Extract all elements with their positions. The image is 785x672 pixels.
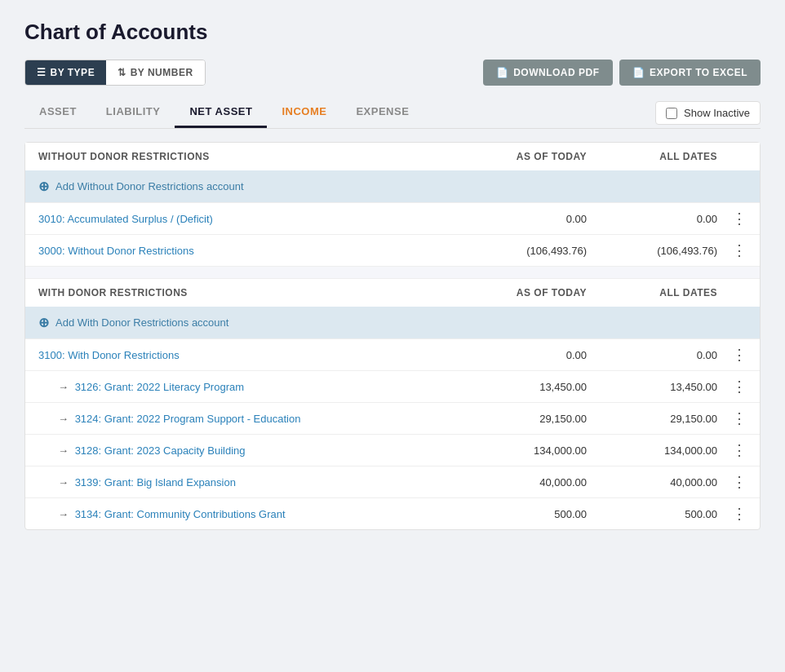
page-title: Chart of Accounts bbox=[24, 20, 761, 45]
main-content: WITHOUT DONOR RESTRICTIONS AS OF TODAY A… bbox=[24, 142, 761, 530]
tab-asset[interactable]: ASSET bbox=[24, 97, 91, 128]
arrow-icon-3128: → bbox=[58, 444, 72, 457]
show-inactive-label: Show Inactive bbox=[684, 107, 750, 119]
kebab-menu-3010[interactable]: ⋮ bbox=[717, 211, 747, 226]
account-name-3124[interactable]: → 3124: Grant: 2022 Program Support - Ed… bbox=[38, 413, 456, 425]
download-pdf-button[interactable]: 📄 DOWNLOAD PDF bbox=[483, 60, 613, 86]
by-type-button[interactable]: ☰ BY TYPE bbox=[25, 60, 106, 85]
account-today-3010: 0.00 bbox=[456, 213, 587, 225]
kebab-menu-3124[interactable]: ⋮ bbox=[717, 411, 747, 426]
arrow-icon-3139: → bbox=[58, 476, 72, 489]
section-without-donor-label: WITHOUT DONOR RESTRICTIONS bbox=[38, 151, 456, 162]
pdf-icon: 📄 bbox=[496, 67, 509, 78]
account-name-3000[interactable]: 3000: Without Donor Restrictions bbox=[38, 245, 456, 257]
excel-icon: 📄 bbox=[632, 67, 645, 78]
add-with-donor-label: Add With Donor Restrictions account bbox=[55, 316, 228, 329]
account-all-3134: 500.00 bbox=[587, 508, 717, 520]
section-with-donor-label: WITH DONOR RESTRICTIONS bbox=[38, 287, 456, 298]
account-row-3128: → 3128: Grant: 2023 Capacity Building 13… bbox=[25, 434, 760, 466]
account-today-3126: 13,450.00 bbox=[456, 381, 587, 393]
col-as-of-today-1: AS OF TODAY bbox=[456, 151, 587, 162]
account-name-3100[interactable]: 3100: With Donor Restrictions bbox=[38, 349, 456, 361]
account-name-3128[interactable]: → 3128: Grant: 2023 Capacity Building bbox=[38, 444, 456, 457]
account-today-3000: (106,493.76) bbox=[456, 245, 587, 257]
section-without-donor-header: WITHOUT DONOR RESTRICTIONS AS OF TODAY A… bbox=[25, 143, 760, 170]
col-all-dates-1: ALL DATES bbox=[587, 151, 717, 162]
kebab-menu-3000[interactable]: ⋮ bbox=[717, 243, 747, 258]
account-name-3126[interactable]: → 3126: Grant: 2022 Literacy Program bbox=[38, 381, 456, 393]
export-excel-button[interactable]: 📄 EXPORT TO EXCEL bbox=[619, 60, 761, 86]
col-as-of-today-2: AS OF TODAY bbox=[456, 287, 587, 298]
add-with-donor-row[interactable]: ⊕ Add With Donor Restrictions account bbox=[25, 307, 760, 338]
add-icon-2: ⊕ bbox=[38, 315, 49, 330]
tab-income[interactable]: INCOME bbox=[267, 97, 341, 128]
account-all-3126: 13,450.00 bbox=[587, 381, 717, 393]
tab-net-asset[interactable]: NET ASSET bbox=[175, 97, 267, 128]
show-inactive-checkbox[interactable] bbox=[666, 108, 677, 119]
account-today-3128: 134,000.00 bbox=[456, 444, 587, 457]
account-row-3134: → 3134: Grant: Community Contributions G… bbox=[25, 497, 760, 529]
add-icon-1: ⊕ bbox=[38, 179, 49, 194]
account-today-3100: 0.00 bbox=[456, 349, 587, 361]
view-toggle: ☰ BY TYPE ⇅ BY NUMBER bbox=[24, 60, 206, 86]
toolbar: ☰ BY TYPE ⇅ BY NUMBER 📄 DOWNLOAD PDF 📄 E… bbox=[24, 60, 761, 86]
account-all-3010: 0.00 bbox=[587, 213, 717, 225]
account-all-3000: (106,493.76) bbox=[587, 245, 717, 257]
sort-icon: ⇅ bbox=[118, 67, 126, 78]
action-buttons: 📄 DOWNLOAD PDF 📄 EXPORT TO EXCEL bbox=[483, 60, 761, 86]
account-row-3126: → 3126: Grant: 2022 Literacy Program 13,… bbox=[25, 370, 760, 402]
account-row-3000: 3000: Without Donor Restrictions (106,49… bbox=[25, 234, 760, 266]
kebab-menu-3134[interactable]: ⋮ bbox=[717, 506, 747, 521]
account-name-3139[interactable]: → 3139: Grant: Big Island Expansion bbox=[38, 476, 456, 489]
account-row-3139: → 3139: Grant: Big Island Expansion 40,0… bbox=[25, 466, 760, 497]
section-divider bbox=[25, 266, 760, 279]
kebab-menu-3126[interactable]: ⋮ bbox=[717, 379, 747, 394]
tab-expense[interactable]: EXPENSE bbox=[341, 97, 424, 128]
account-today-3139: 40,000.00 bbox=[456, 476, 587, 489]
kebab-menu-3139[interactable]: ⋮ bbox=[717, 475, 747, 489]
account-row-3124: → 3124: Grant: 2022 Program Support - Ed… bbox=[25, 402, 760, 434]
arrow-icon-3124: → bbox=[58, 413, 72, 425]
list-icon: ☰ bbox=[37, 67, 47, 78]
account-all-3124: 29,150.00 bbox=[587, 413, 717, 425]
tabs-row: ASSET LIABILITY NET ASSET INCOME EXPENSE… bbox=[24, 97, 761, 129]
account-name-3134[interactable]: → 3134: Grant: Community Contributions G… bbox=[38, 508, 456, 520]
account-name-3010[interactable]: 3010: Accumulated Surplus / (Deficit) bbox=[38, 213, 456, 225]
account-row-3100: 3100: With Donor Restrictions 0.00 0.00 … bbox=[25, 338, 760, 370]
arrow-icon-3134: → bbox=[58, 508, 72, 520]
kebab-menu-3100[interactable]: ⋮ bbox=[717, 347, 747, 362]
account-today-3124: 29,150.00 bbox=[456, 413, 587, 425]
by-number-button[interactable]: ⇅ BY NUMBER bbox=[106, 60, 204, 85]
tabs: ASSET LIABILITY NET ASSET INCOME EXPENSE bbox=[24, 97, 424, 128]
arrow-icon-3126: → bbox=[58, 381, 72, 393]
kebab-menu-3128[interactable]: ⋮ bbox=[717, 443, 747, 458]
account-row-3010: 3010: Accumulated Surplus / (Deficit) 0.… bbox=[25, 202, 760, 234]
tab-liability[interactable]: LIABILITY bbox=[91, 97, 175, 128]
section-with-donor-header: WITH DONOR RESTRICTIONS AS OF TODAY ALL … bbox=[25, 279, 760, 307]
col-all-dates-2: ALL DATES bbox=[587, 287, 717, 298]
account-all-3128: 134,000.00 bbox=[587, 444, 717, 457]
add-without-donor-row[interactable]: ⊕ Add Without Donor Restrictions account bbox=[25, 170, 760, 202]
account-today-3134: 500.00 bbox=[456, 508, 587, 520]
add-without-donor-label: Add Without Donor Restrictions account bbox=[55, 180, 244, 192]
account-all-3139: 40,000.00 bbox=[587, 476, 717, 489]
account-all-3100: 0.00 bbox=[587, 349, 717, 361]
show-inactive-wrapper[interactable]: Show Inactive bbox=[655, 101, 761, 125]
